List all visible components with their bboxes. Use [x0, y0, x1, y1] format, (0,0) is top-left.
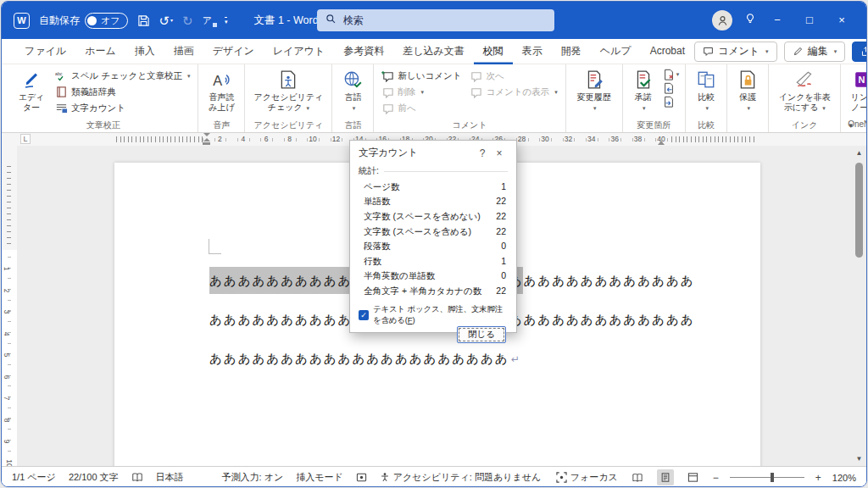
ruler-number: 2	[218, 135, 222, 143]
kana-conversion-icon[interactable]: ア	[203, 16, 215, 25]
page-indicator[interactable]: 1/1 ページ	[12, 471, 56, 484]
web-layout-button[interactable]	[685, 469, 702, 485]
save-button[interactable]	[137, 14, 150, 27]
comments-button[interactable]: コメント▾	[694, 42, 777, 62]
tab-デザイン[interactable]: デザイン	[203, 39, 264, 64]
vertical-scrollbar[interactable]: ▲ ▼	[854, 147, 865, 464]
hide-ink-button[interactable]: インクを非表示にする ▾	[772, 67, 837, 114]
minimize-button[interactable]: −	[761, 2, 793, 39]
read-mode-button[interactable]	[629, 469, 646, 485]
globe-check-icon	[342, 69, 363, 90]
redo-button[interactable]: ↻	[182, 14, 193, 27]
vruler-number: 7	[3, 396, 11, 401]
protect-button[interactable]: 保護▾	[731, 67, 765, 114]
zoom-slider[interactable]	[730, 477, 804, 478]
scroll-up-icon[interactable]: ▲	[854, 149, 865, 157]
tab-挿入[interactable]: 挿入	[125, 39, 164, 64]
read-aloud-button[interactable]: A 音声読み上げ	[202, 67, 241, 114]
dialog-help-icon[interactable]: ?	[474, 147, 491, 159]
close-button[interactable]: ×	[826, 2, 858, 39]
print-layout-button[interactable]	[657, 469, 674, 485]
tab-ヘルプ[interactable]: ヘルプ	[591, 39, 641, 64]
new-comment-button[interactable]: 新しいコメント	[379, 68, 464, 84]
vertical-ruler[interactable]: 12345678910	[2, 146, 17, 466]
accessibility-status[interactable]: アクセシビリティ: 問題ありません	[380, 471, 541, 484]
tab-描画[interactable]: 描画	[164, 39, 203, 64]
tab-Acrobat[interactable]: Acrobat	[641, 39, 694, 64]
dialog-close-button[interactable]: 閉じる	[457, 326, 506, 343]
autosave-switch[interactable]: オフ	[85, 13, 128, 29]
zoom-slider-thumb[interactable]	[771, 473, 774, 482]
group-ink: インクを非表示にする ▾ インク	[769, 64, 841, 132]
tab-ホーム[interactable]: ホーム	[75, 39, 125, 64]
dialog-close-icon[interactable]: ×	[491, 147, 508, 159]
chevron-down-icon: ▾	[822, 105, 826, 111]
tab-開発[interactable]: 開発	[552, 39, 591, 64]
tab-表示[interactable]: 表示	[513, 39, 552, 64]
svg-text:A: A	[214, 73, 223, 88]
focus-mode-button[interactable]: フォーカス	[556, 471, 618, 484]
accessibility-check-button[interactable]: アクセシビリティ チェック ▾	[248, 67, 328, 114]
next-change-button[interactable]	[663, 96, 680, 108]
indent-marker-left[interactable]	[203, 133, 210, 145]
zoom-out-button[interactable]: −	[713, 472, 719, 484]
stat-row: 単語数22	[359, 195, 508, 210]
account-avatar[interactable]	[712, 10, 732, 30]
track-changes-button[interactable]: 変更履歴▾	[570, 67, 619, 114]
scrollbar-thumb[interactable]	[855, 163, 863, 258]
editing-mode-button[interactable]: 編集▾	[784, 42, 846, 62]
search-box[interactable]: 検索	[317, 9, 554, 31]
previous-comment-button[interactable]: 前へ	[379, 100, 464, 116]
chevron-down-icon: ▾	[420, 89, 424, 96]
stat-row: 文字数 (スペースを含める)22	[359, 225, 508, 240]
tab-stop-selector[interactable]: L	[20, 134, 31, 144]
zoom-level[interactable]: 120%	[832, 473, 856, 483]
next-comment-button[interactable]: 次へ	[467, 68, 559, 84]
tab-差し込み文書[interactable]: 差し込み文書	[393, 39, 474, 64]
predictive-input-indicator[interactable]: 予測入力: オン	[222, 471, 284, 484]
tab-校閲[interactable]: 校閲	[474, 39, 513, 64]
language-indicator[interactable]: 日本語	[156, 471, 184, 484]
proofing-book-icon[interactable]	[131, 472, 143, 483]
accept-button[interactable]: 承諾▾	[626, 67, 660, 114]
comment-bubble-icon	[703, 46, 714, 57]
autosave-toggle[interactable]: 自動保存 オフ	[39, 13, 128, 29]
editor-pen-icon	[21, 69, 42, 90]
tab-ファイル[interactable]: ファイル	[15, 39, 75, 64]
share-button[interactable]: 共有▾	[852, 42, 867, 62]
undo-button[interactable]: ↺▾	[159, 14, 174, 27]
delete-comment-button[interactable]: 削除▾	[379, 84, 464, 100]
text-line-3[interactable]: あああああああああああああああああああああ↵	[209, 351, 520, 367]
insert-mode-indicator[interactable]: 挿入モード	[296, 471, 343, 484]
collapse-ribbon-icon[interactable]: ▾	[849, 121, 853, 130]
lightbulb-icon[interactable]	[744, 13, 756, 28]
linked-notes-button[interactable]: N リンクノート	[844, 67, 867, 114]
char-count-indicator[interactable]: 22/100 文字	[69, 471, 119, 484]
show-comments-button[interactable]: コメントの表示▾	[467, 84, 559, 100]
vruler-number: 8	[3, 418, 11, 422]
read-aloud-icon: A	[211, 69, 231, 90]
include-footnotes-checkbox[interactable]: ✓	[359, 310, 369, 320]
chevron-down-icon: ▾	[307, 105, 310, 111]
compare-button[interactable]: 比較▾	[689, 67, 723, 114]
spell-check-button[interactable]: abc スペル チェックと文章校正▾	[53, 68, 192, 84]
tab-参考資料[interactable]: 参考資料	[334, 39, 393, 64]
stat-row: 全角文字 + 半角カタカナの数22	[359, 284, 508, 299]
qat-customize-button[interactable]: ▾	[225, 17, 228, 25]
previous-comment-icon	[381, 102, 394, 114]
macro-record-icon[interactable]	[356, 472, 367, 483]
stats-label: 統計:	[359, 165, 379, 177]
group-onenote: N リンクノート OneNote	[841, 64, 867, 132]
ruler-number: 32	[565, 135, 572, 143]
thesaurus-button[interactable]: 類義語辞典	[53, 84, 192, 100]
reject-change-button[interactable]: ▾	[663, 69, 680, 80]
dialog-title: 文字カウント	[359, 147, 474, 159]
language-button[interactable]: 言語▾	[336, 67, 370, 114]
zoom-in-button[interactable]: +	[815, 472, 821, 484]
tab-レイアウト[interactable]: レイアウト	[264, 39, 334, 64]
previous-change-button[interactable]	[663, 82, 680, 94]
maximize-button[interactable]: □	[793, 2, 826, 39]
word-count-button[interactable]: 文字カウント	[53, 100, 192, 116]
editor-button[interactable]: エディター	[12, 67, 51, 114]
scroll-down-icon[interactable]: ▼	[854, 455, 865, 463]
